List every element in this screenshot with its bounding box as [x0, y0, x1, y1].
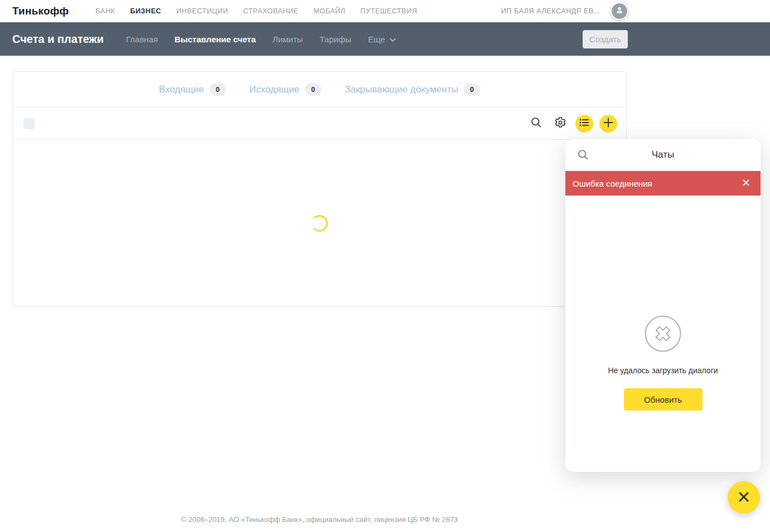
top-nav-bank[interactable]: БАНК: [95, 7, 115, 15]
close-icon: [743, 179, 749, 188]
person-icon: [615, 6, 624, 17]
search-button[interactable]: [527, 115, 545, 133]
select-all-checkbox[interactable]: [23, 118, 35, 129]
tab-incoming[interactable]: Входящие 0: [159, 83, 226, 96]
user-block[interactable]: ИП БАЛЯ АЛЕКСАНДР ЕВ...: [501, 0, 628, 22]
subnav-items: Главная Выставление счета Лимиты Тарифы …: [126, 35, 396, 44]
chat-close-fab[interactable]: [728, 481, 760, 514]
tinkoff-logo[interactable]: Тинькофф: [12, 5, 69, 17]
search-icon: [577, 149, 589, 163]
add-invoice-button[interactable]: [599, 115, 617, 133]
subnav-item-invoicing[interactable]: Выставление счета: [175, 35, 256, 44]
chat-panel: Чаты Ошибка соединения Не удалось загруз…: [565, 139, 761, 472]
section-title: Счета и платежи: [12, 33, 104, 46]
tab-closing-documents-count: 0: [464, 83, 480, 96]
documents-toolbar: [13, 108, 626, 140]
subnav-item-limits[interactable]: Лимиты: [273, 35, 303, 44]
chat-title: Чаты: [652, 149, 674, 160]
chat-error-message: Не удалось загрузить диалоги: [608, 366, 718, 375]
footer-copyright: © 2006–2019, АО «Тинькофф Банк», официал…: [12, 515, 627, 524]
chat-search-button[interactable]: [574, 147, 592, 164]
loading-spinner: [311, 215, 328, 232]
tab-outgoing-label: Исходящие: [249, 84, 299, 95]
user-avatar[interactable]: [611, 2, 628, 20]
documents-panel: Входящие 0 Исходящие 0 Закрывающие докум…: [12, 71, 627, 307]
gear-icon: [554, 116, 566, 130]
list-view-button[interactable]: [575, 115, 593, 133]
close-icon: [738, 491, 750, 505]
create-button[interactable]: Создать: [583, 30, 628, 48]
chevron-down-icon: [389, 35, 396, 44]
top-header: Тинькофф БАНК БИЗНЕС ИНВЕСТИЦИИ СТРАХОВА…: [0, 0, 770, 22]
top-nav-travel[interactable]: ПУТЕШЕСТВИЯ: [361, 7, 418, 15]
chat-error-state: Не удалось загрузить диалоги Обновить: [565, 196, 761, 411]
top-nav-insurance[interactable]: СТРАХОВАНИЕ: [243, 7, 298, 15]
tab-closing-documents-label: Закрывающие документы: [345, 84, 458, 95]
chat-header: Чаты: [565, 139, 761, 171]
user-name: ИП БАЛЯ АЛЕКСАНДР ЕВ...: [501, 7, 600, 15]
subnav-item-main[interactable]: Главная: [126, 35, 158, 44]
plus-icon: [603, 118, 613, 129]
top-nav-business[interactable]: БИЗНЕС: [130, 7, 161, 15]
subnav-item-more[interactable]: Еще: [368, 35, 396, 44]
top-nav: БАНК БИЗНЕС ИНВЕСТИЦИИ СТРАХОВАНИЕ МОБАЙ…: [95, 7, 417, 15]
tab-incoming-count: 0: [210, 83, 226, 96]
list-icon: [579, 118, 589, 129]
settings-button[interactable]: [551, 115, 569, 133]
connection-error-text: Ошибка соединения: [573, 179, 652, 188]
top-nav-mobile[interactable]: МОБАЙЛ: [313, 7, 345, 15]
top-nav-investments[interactable]: ИНВЕСТИЦИИ: [176, 7, 228, 15]
loading-area: [13, 140, 626, 306]
banner-close-button[interactable]: [737, 174, 755, 192]
tab-outgoing[interactable]: Исходящие 0: [249, 83, 321, 96]
refresh-button[interactable]: Обновить: [624, 388, 703, 411]
subnav: Счета и платежи Главная Выставление счет…: [0, 22, 770, 56]
tab-outgoing-count: 0: [305, 83, 321, 96]
toolbar-icons: [527, 115, 617, 133]
connection-error-banner: Ошибка соединения: [565, 171, 761, 196]
tab-incoming-label: Входящие: [159, 84, 204, 95]
tab-closing-documents[interactable]: Закрывающие документы 0: [345, 83, 480, 96]
subnav-more-label: Еще: [368, 35, 385, 44]
circle-cross-icon: [645, 315, 681, 354]
document-tabs: Входящие 0 Исходящие 0 Закрывающие докум…: [13, 72, 626, 108]
subnav-item-tariffs[interactable]: Тарифы: [319, 35, 351, 44]
search-icon: [530, 116, 543, 130]
